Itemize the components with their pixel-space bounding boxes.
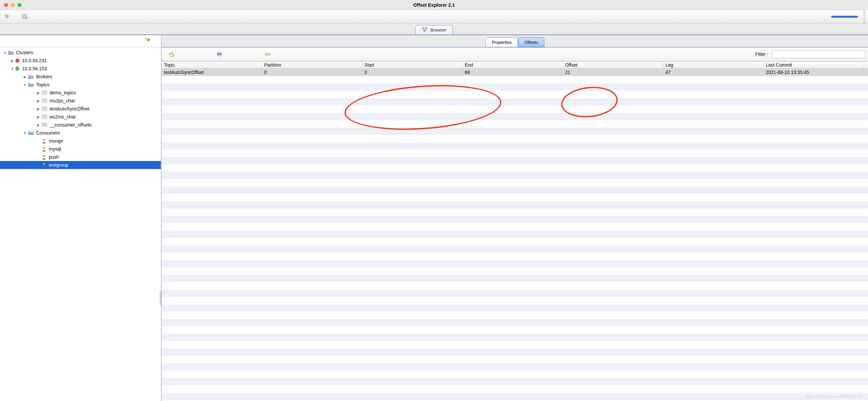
folder-icon <box>8 50 14 55</box>
book-icon <box>41 98 48 103</box>
tab-browser[interactable]: Browser <box>415 25 453 34</box>
th-offset[interactable]: Offset <box>563 62 663 68</box>
th-label: Topic <box>164 62 175 67</box>
browser-tab-row: Browser <box>0 23 868 35</box>
tree-node-topic-testautosync[interactable]: ▶ testAutoSyncOffset <box>0 105 161 113</box>
disclosure-icon[interactable]: ▶ <box>10 59 15 63</box>
maximize-button[interactable] <box>18 3 22 7</box>
th-partition[interactable]: Partition <box>262 62 363 68</box>
td-lag: 47 <box>663 68 764 76</box>
table-empty-area <box>162 76 868 401</box>
tree-node-topic-ws2ms[interactable]: ▶ ws2ms_chat <box>0 113 161 121</box>
tree-node-host1[interactable]: ▶ 10.0.59.231 <box>0 57 161 65</box>
offsets-table: Topic Partition Start End Offset Lag Las… <box>162 61 868 76</box>
main-pane: Properties Offsets Filter : Topic <box>162 35 868 401</box>
tree-label: testgroup <box>49 162 68 168</box>
person-icon <box>41 162 47 168</box>
tree-label: Consumers <box>36 130 60 136</box>
status-dot-red <box>16 59 20 63</box>
cell-value: 47 <box>665 69 671 75</box>
tree-node-host2[interactable]: ▼ 10.0.56.153 <box>0 65 161 73</box>
th-start[interactable]: Start <box>363 62 463 68</box>
disclosure-icon[interactable]: ▼ <box>23 131 27 135</box>
tree-label: demo_topics <box>50 90 76 95</box>
edit-form-button[interactable] <box>21 13 29 21</box>
traffic-lights <box>0 3 22 7</box>
main-tabs: Properties Offsets <box>162 35 868 47</box>
disclosure-icon[interactable]: ▶ <box>36 107 41 111</box>
tree-node-topics[interactable]: ▼ Topics <box>0 81 161 89</box>
body: ▼ Clusters ▶ 10.0.59.231 ▼ 10.0.56.153 <box>0 35 868 401</box>
tree-node-consumer-mongo[interactable]: mongo <box>0 137 161 145</box>
book-icon <box>41 122 48 127</box>
disclosure-icon[interactable]: ▼ <box>10 67 15 70</box>
tree-node-topic-demo[interactable]: ▶ demo_topics <box>0 89 161 97</box>
splitter-handle[interactable] <box>160 291 162 305</box>
tree-label: ms2ps_chat <box>50 98 74 104</box>
folder-icon <box>28 131 34 135</box>
book-icon <box>41 114 48 119</box>
th-label: Start <box>365 62 374 67</box>
th-topic[interactable]: Topic <box>162 62 262 68</box>
book-icon <box>41 107 48 111</box>
th-label: Offset <box>565 62 578 67</box>
disclosure-icon[interactable]: ▶ <box>36 123 41 127</box>
progress-bar <box>831 16 858 18</box>
th-label: Lag <box>665 62 673 67</box>
td-topic: testAutoSyncOffset <box>162 68 262 76</box>
titlebar: Offset Explorer 2.1 <box>0 0 868 10</box>
disclosure-icon[interactable]: ▶ <box>36 91 41 95</box>
td-end: 68 <box>463 68 563 76</box>
disclosure-icon[interactable]: ▼ <box>3 51 7 55</box>
cell-value: testAutoSyncOffset <box>164 69 204 75</box>
tab-browser-label: Browser <box>430 27 446 32</box>
th-last-commit[interactable]: Last Commit <box>764 62 864 68</box>
disclosure-icon[interactable]: ▶ <box>23 75 27 79</box>
close-button[interactable] <box>4 3 8 7</box>
tree-node-topic-ms2ps[interactable]: ▶ ms2ps_chat <box>0 97 161 105</box>
th-lag[interactable]: Lag <box>663 62 764 68</box>
view-button[interactable] <box>264 50 272 58</box>
th-end[interactable]: End <box>463 62 563 68</box>
td-partition: 0 <box>262 68 363 76</box>
cell-value: 68 <box>465 69 470 75</box>
folder-icon <box>28 82 34 87</box>
filter-label: Filter : <box>755 52 768 57</box>
tree-node-consumer-mysql[interactable]: mysql <box>0 145 161 153</box>
tab-properties[interactable]: Properties <box>486 37 518 47</box>
tree-label: ws2ms_chat <box>50 114 75 119</box>
tab-offsets[interactable]: Offsets <box>518 37 544 47</box>
tree-node-consumer-push[interactable]: push <box>0 153 161 161</box>
window-title: Offset Explorer 2.1 <box>413 2 455 8</box>
tree-node-clusters[interactable]: ▼ Clusters <box>0 49 161 57</box>
table-row[interactable]: testAutoSyncOffset 0 0 68 21 47 2021-08-… <box>162 68 868 76</box>
tree-label: testAutoSyncOffset <box>50 106 90 111</box>
sidebar: ▼ Clusters ▶ 10.0.59.231 ▼ 10.0.56.153 <box>0 35 162 401</box>
tree-node-consumers[interactable]: ▼ Consumers <box>0 129 161 137</box>
disclosure-icon[interactable]: ▶ <box>36 99 41 103</box>
filter-input[interactable] <box>772 50 865 58</box>
status-dot-green <box>16 67 20 70</box>
add-connection-button[interactable] <box>3 13 11 21</box>
table-header: Topic Partition Start End Offset Lag Las… <box>162 61 868 68</box>
person-icon <box>41 138 47 144</box>
disclosure-icon[interactable]: ▶ <box>36 115 41 119</box>
minimize-button[interactable] <box>11 3 15 7</box>
tree-node-brokers[interactable]: ▶ Brokers <box>0 73 161 81</box>
person-icon <box>41 146 47 152</box>
td-offset: 21 <box>563 68 663 76</box>
tree-node-consumer-testgroup[interactable]: testgroup <box>0 161 161 169</box>
cell-value: 0 <box>365 69 367 75</box>
cell-value: 0 <box>264 69 267 75</box>
print-button[interactable] <box>215 50 223 58</box>
refresh-button[interactable] <box>167 50 175 58</box>
tree-node-topic-consumer-offsets[interactable]: ▶ __consumer_offsets <box>0 121 161 129</box>
tree-toolbar <box>0 35 161 47</box>
disclosure-icon[interactable]: ▼ <box>23 83 27 87</box>
tree-icon <box>422 27 428 33</box>
th-label: Last Commit <box>766 62 792 67</box>
tree-label: mysql <box>49 146 61 152</box>
td-last-commit: 2021-08-10 13:35:45 <box>764 68 864 76</box>
tree[interactable]: ▼ Clusters ▶ 10.0.59.231 ▼ 10.0.56.153 <box>0 47 161 401</box>
collapse-tree-button[interactable] <box>144 37 152 45</box>
